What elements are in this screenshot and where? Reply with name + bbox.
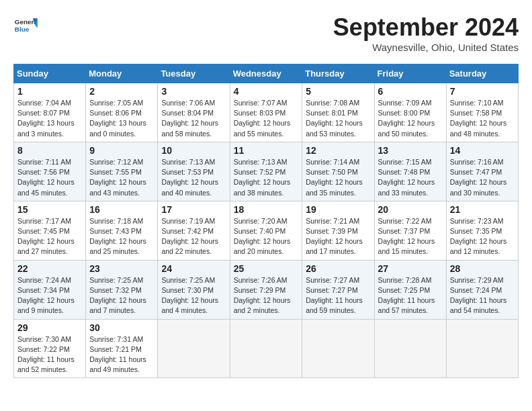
day-info: Sunrise: 7:18 AM Sunset: 7:43 PM Dayligh…: [89, 216, 154, 257]
day-info: Sunrise: 7:15 AM Sunset: 7:48 PM Dayligh…: [378, 157, 443, 198]
calendar-cell: 15 Sunrise: 7:17 AM Sunset: 7:45 PM Dayl…: [14, 201, 86, 260]
calendar-cell: 29 Sunrise: 7:30 AM Sunset: 7:22 PM Dayl…: [14, 319, 86, 378]
day-info: Sunrise: 7:28 AM Sunset: 7:25 PM Dayligh…: [378, 275, 443, 316]
col-saturday: Saturday: [446, 64, 518, 83]
calendar-week-3: 15 Sunrise: 7:17 AM Sunset: 7:45 PM Dayl…: [14, 201, 519, 260]
calendar-cell: 26 Sunrise: 7:27 AM Sunset: 7:27 PM Dayl…: [302, 260, 374, 319]
location: Waynesville, Ohio, United States: [333, 42, 519, 53]
title-block: September 2024 Waynesville, Ohio, United…: [333, 13, 519, 53]
day-info: Sunrise: 7:10 AM Sunset: 7:58 PM Dayligh…: [450, 98, 515, 139]
day-number: 30: [89, 322, 154, 333]
day-info: Sunrise: 7:29 AM Sunset: 7:24 PM Dayligh…: [450, 275, 515, 316]
day-info: Sunrise: 7:23 AM Sunset: 7:35 PM Dayligh…: [450, 216, 515, 257]
day-info: Sunrise: 7:13 AM Sunset: 7:52 PM Dayligh…: [234, 157, 299, 198]
day-info: Sunrise: 7:21 AM Sunset: 7:39 PM Dayligh…: [306, 216, 370, 257]
day-info: Sunrise: 7:31 AM Sunset: 7:21 PM Dayligh…: [89, 334, 154, 375]
day-number: 21: [450, 204, 515, 215]
day-number: 25: [234, 263, 299, 274]
day-number: 3: [161, 86, 226, 97]
calendar-cell: 13 Sunrise: 7:15 AM Sunset: 7:48 PM Dayl…: [374, 142, 446, 201]
day-info: Sunrise: 7:09 AM Sunset: 8:00 PM Dayligh…: [378, 98, 443, 139]
day-number: 24: [161, 263, 226, 274]
calendar-cell: 1 Sunrise: 7:04 AM Sunset: 8:07 PM Dayli…: [14, 83, 86, 142]
day-info: Sunrise: 7:04 AM Sunset: 8:07 PM Dayligh…: [17, 98, 82, 139]
calendar-cell: 21 Sunrise: 7:23 AM Sunset: 7:35 PM Dayl…: [446, 201, 518, 260]
calendar-cell: [302, 319, 374, 378]
calendar-week-2: 8 Sunrise: 7:11 AM Sunset: 7:56 PM Dayli…: [14, 142, 519, 201]
calendar-cell: 20 Sunrise: 7:22 AM Sunset: 7:37 PM Dayl…: [374, 201, 446, 260]
day-number: 15: [17, 204, 82, 215]
day-number: 23: [89, 263, 154, 274]
day-number: 7: [450, 86, 515, 97]
day-number: 12: [306, 145, 370, 156]
calendar-cell: 16 Sunrise: 7:18 AM Sunset: 7:43 PM Dayl…: [86, 201, 158, 260]
day-info: Sunrise: 7:07 AM Sunset: 8:03 PM Dayligh…: [234, 98, 299, 139]
day-number: 17: [161, 204, 226, 215]
calendar-cell: 23 Sunrise: 7:25 AM Sunset: 7:32 PM Dayl…: [86, 260, 158, 319]
day-info: Sunrise: 7:24 AM Sunset: 7:34 PM Dayligh…: [17, 275, 82, 316]
calendar-cell: 3 Sunrise: 7:06 AM Sunset: 8:04 PM Dayli…: [158, 83, 230, 142]
calendar-cell: 19 Sunrise: 7:21 AM Sunset: 7:39 PM Dayl…: [302, 201, 374, 260]
day-number: 29: [17, 322, 82, 333]
logo-icon: General Blue: [13, 13, 38, 38]
day-info: Sunrise: 7:19 AM Sunset: 7:42 PM Dayligh…: [161, 216, 226, 257]
calendar-cell: [158, 319, 230, 378]
day-info: Sunrise: 7:13 AM Sunset: 7:53 PM Dayligh…: [161, 157, 226, 198]
calendar-cell: 2 Sunrise: 7:05 AM Sunset: 8:06 PM Dayli…: [86, 83, 158, 142]
col-monday: Monday: [86, 64, 158, 83]
day-info: Sunrise: 7:26 AM Sunset: 7:29 PM Dayligh…: [234, 275, 299, 316]
day-info: Sunrise: 7:11 AM Sunset: 7:56 PM Dayligh…: [17, 157, 82, 198]
day-number: 22: [17, 263, 82, 274]
day-number: 19: [306, 204, 370, 215]
calendar-cell: 8 Sunrise: 7:11 AM Sunset: 7:56 PM Dayli…: [14, 142, 86, 201]
day-info: Sunrise: 7:16 AM Sunset: 7:47 PM Dayligh…: [450, 157, 515, 198]
logo: General Blue: [13, 13, 38, 38]
col-sunday: Sunday: [14, 64, 86, 83]
calendar-week-1: 1 Sunrise: 7:04 AM Sunset: 8:07 PM Dayli…: [14, 83, 519, 142]
day-info: Sunrise: 7:17 AM Sunset: 7:45 PM Dayligh…: [17, 216, 82, 257]
calendar-cell: 12 Sunrise: 7:14 AM Sunset: 7:50 PM Dayl…: [302, 142, 374, 201]
page-header: General Blue September 2024 Waynesville,…: [13, 13, 519, 53]
day-number: 18: [234, 204, 299, 215]
calendar-cell: 24 Sunrise: 7:25 AM Sunset: 7:30 PM Dayl…: [158, 260, 230, 319]
calendar-cell: 4 Sunrise: 7:07 AM Sunset: 8:03 PM Dayli…: [230, 83, 302, 142]
calendar-table: Sunday Monday Tuesday Wednesday Thursday…: [13, 64, 519, 378]
day-info: Sunrise: 7:30 AM Sunset: 7:22 PM Dayligh…: [17, 334, 82, 375]
day-number: 27: [378, 263, 443, 274]
day-number: 14: [450, 145, 515, 156]
calendar-cell: 18 Sunrise: 7:20 AM Sunset: 7:40 PM Dayl…: [230, 201, 302, 260]
day-info: Sunrise: 7:12 AM Sunset: 7:55 PM Dayligh…: [89, 157, 154, 198]
calendar-cell: [230, 319, 302, 378]
day-number: 5: [306, 86, 370, 97]
calendar-cell: 30 Sunrise: 7:31 AM Sunset: 7:21 PM Dayl…: [86, 319, 158, 378]
day-number: 11: [234, 145, 299, 156]
col-friday: Friday: [374, 64, 446, 83]
day-info: Sunrise: 7:22 AM Sunset: 7:37 PM Dayligh…: [378, 216, 443, 257]
day-number: 4: [234, 86, 299, 97]
month-title: September 2024: [333, 13, 519, 42]
day-info: Sunrise: 7:25 AM Sunset: 7:30 PM Dayligh…: [161, 275, 226, 316]
calendar-week-5: 29 Sunrise: 7:30 AM Sunset: 7:22 PM Dayl…: [14, 319, 519, 378]
col-wednesday: Wednesday: [230, 64, 302, 83]
day-info: Sunrise: 7:06 AM Sunset: 8:04 PM Dayligh…: [161, 98, 226, 139]
calendar-cell: 14 Sunrise: 7:16 AM Sunset: 7:47 PM Dayl…: [446, 142, 518, 201]
calendar-cell: 25 Sunrise: 7:26 AM Sunset: 7:29 PM Dayl…: [230, 260, 302, 319]
day-number: 16: [89, 204, 154, 215]
day-info: Sunrise: 7:20 AM Sunset: 7:40 PM Dayligh…: [234, 216, 299, 257]
day-info: Sunrise: 7:08 AM Sunset: 8:01 PM Dayligh…: [306, 98, 370, 139]
day-number: 20: [378, 204, 443, 215]
day-info: Sunrise: 7:27 AM Sunset: 7:27 PM Dayligh…: [306, 275, 370, 316]
calendar-week-4: 22 Sunrise: 7:24 AM Sunset: 7:34 PM Dayl…: [14, 260, 519, 319]
col-tuesday: Tuesday: [158, 64, 230, 83]
day-info: Sunrise: 7:25 AM Sunset: 7:32 PM Dayligh…: [89, 275, 154, 316]
calendar-cell: 11 Sunrise: 7:13 AM Sunset: 7:52 PM Dayl…: [230, 142, 302, 201]
day-info: Sunrise: 7:05 AM Sunset: 8:06 PM Dayligh…: [89, 98, 154, 139]
day-number: 28: [450, 263, 515, 274]
calendar-cell: 5 Sunrise: 7:08 AM Sunset: 8:01 PM Dayli…: [302, 83, 374, 142]
calendar-cell: 22 Sunrise: 7:24 AM Sunset: 7:34 PM Dayl…: [14, 260, 86, 319]
calendar-cell: [374, 319, 446, 378]
calendar-cell: 6 Sunrise: 7:09 AM Sunset: 8:00 PM Dayli…: [374, 83, 446, 142]
day-number: 26: [306, 263, 370, 274]
col-thursday: Thursday: [302, 64, 374, 83]
day-number: 8: [17, 145, 82, 156]
